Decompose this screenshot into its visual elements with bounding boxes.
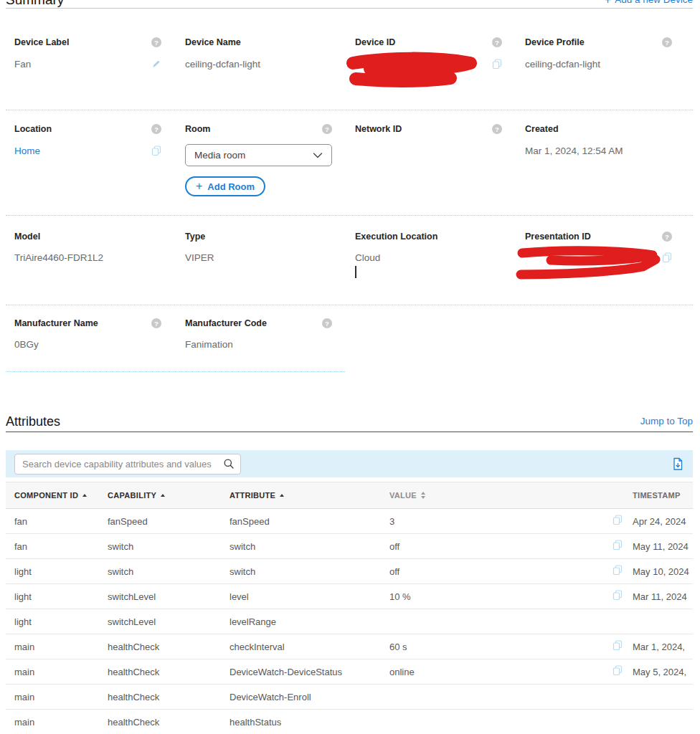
field-network-id: Network ID ?	[355, 110, 502, 134]
table-header-row: COMPONENT ID CAPABILITY ATTRIBUTE VALUE …	[6, 482, 693, 509]
export-icon[interactable]	[671, 457, 684, 471]
attribute-cell: fanSpeed	[221, 509, 381, 534]
copy-icon[interactable]	[492, 59, 502, 70]
component-id-cell: fan	[6, 509, 99, 534]
field-created: Created Mar 1, 2024, 12:54 AM	[525, 110, 672, 156]
created-label: Created	[525, 124, 559, 134]
component-id-cell: light	[6, 559, 99, 584]
help-icon[interactable]: ?	[492, 124, 502, 134]
field-device-label: Device Label ? Fan	[14, 7, 161, 70]
room-select[interactable]: Media room	[185, 144, 332, 166]
copy-cell[interactable]	[610, 584, 627, 609]
device-label-label: Device Label	[14, 37, 69, 47]
help-icon[interactable]: ?	[151, 37, 161, 47]
column-header-capability[interactable]: CAPABILITY	[99, 482, 221, 509]
capability-cell: healthCheck	[99, 634, 221, 659]
device-id-label: Device ID	[355, 37, 395, 47]
copy-cell[interactable]	[610, 559, 627, 584]
attributes-header: Attributes Jump to Top	[6, 414, 693, 432]
manufacturer-name-label: Manufacturer Name	[14, 318, 98, 328]
search-icon[interactable]	[223, 458, 235, 470]
attribute-cell: levelRange	[221, 609, 381, 634]
attribute-cell: level	[221, 584, 381, 609]
copy-icon[interactable]	[612, 540, 623, 550]
help-icon[interactable]: ?	[662, 37, 672, 47]
manufacturer-name-value: 0BGy	[14, 339, 39, 350]
device-name-label: Device Name	[185, 37, 241, 47]
copy-icon[interactable]	[612, 515, 623, 525]
field-manufacturer-code: Manufacturer Code ? Fanimation	[185, 305, 332, 350]
jump-to-top-link[interactable]: Jump to Top	[640, 416, 693, 426]
value-cell: 60 s	[381, 634, 610, 659]
help-icon[interactable]: ?	[322, 124, 332, 134]
field-type: Type VIPER	[185, 215, 332, 263]
timestamp-cell: May 10, 2024	[627, 559, 693, 584]
type-value: VIPER	[185, 252, 214, 263]
field-device-profile: Device Profile ? ceiling-dcfan-light	[525, 7, 672, 70]
component-id-cell: main	[6, 685, 99, 710]
attributes-search-bar	[6, 450, 693, 477]
component-id-cell: main	[6, 710, 99, 734]
timestamp-cell	[627, 685, 693, 710]
help-icon[interactable]: ?	[322, 318, 332, 328]
device-summary-page: Summary + Add a new Device Device Label …	[0, 0, 700, 734]
type-label: Type	[185, 232, 205, 242]
model-value: TriAire4460-FDR1L2	[14, 252, 103, 263]
timestamp-cell	[627, 609, 693, 634]
attribute-cell: healthStatus	[221, 710, 381, 734]
column-header-attribute[interactable]: ATTRIBUTE	[221, 482, 381, 509]
copy-cell[interactable]	[610, 659, 627, 685]
column-header-copy	[610, 482, 627, 509]
edit-icon[interactable]	[151, 59, 161, 69]
attribute-cell: DeviceWatch-DeviceStatus	[221, 659, 381, 685]
attribute-cell: switch	[221, 559, 381, 584]
capability-cell: switchLevel	[99, 584, 221, 609]
help-icon[interactable]: ?	[492, 37, 502, 47]
model-label: Model	[14, 232, 40, 242]
manufacturer-code-value: Fanimation	[185, 339, 233, 350]
field-room: Room ? Media room + Add Room	[185, 110, 332, 196]
table-row: mainhealthCheckDeviceWatch-DeviceStatuso…	[6, 659, 693, 685]
attributes-title: Attributes	[6, 414, 60, 429]
table-row: mainhealthCheckDeviceWatch-Enroll	[6, 685, 693, 710]
component-id-cell: main	[6, 634, 99, 659]
timestamp-cell: Mar 11, 2024	[627, 584, 693, 609]
location-link[interactable]: Home	[14, 146, 40, 156]
copy-cell[interactable]	[610, 534, 627, 559]
device-profile-label: Device Profile	[525, 37, 585, 47]
capability-cell: healthCheck	[99, 685, 221, 710]
help-icon[interactable]: ?	[662, 232, 672, 242]
help-icon[interactable]: ?	[151, 318, 161, 328]
field-execution-location: Execution Location Cloud	[355, 215, 502, 278]
execution-location-label: Execution Location	[355, 232, 438, 242]
attributes-table: COMPONENT ID CAPABILITY ATTRIBUTE VALUE …	[6, 482, 693, 734]
field-model: Model TriAire4460-FDR1L2	[14, 215, 161, 263]
column-header-component-id[interactable]: COMPONENT ID	[6, 482, 99, 509]
summary-row-2: Location ? Home Room ? Media room + Add …	[6, 110, 693, 216]
manufacturer-code-label: Manufacturer Code	[185, 318, 267, 328]
capability-cell: switch	[99, 559, 221, 584]
value-cell: off	[381, 534, 610, 559]
sort-asc-icon	[161, 494, 165, 497]
component-id-cell: fan	[6, 534, 99, 559]
help-icon[interactable]: ?	[151, 124, 161, 134]
timestamp-cell: May 5, 2024,	[627, 659, 693, 685]
search-input[interactable]	[21, 458, 220, 470]
value-cell: online	[381, 659, 610, 685]
table-row: lightswitchswitchoff May 10, 2024	[6, 559, 693, 584]
copy-cell	[610, 710, 627, 734]
copy-icon[interactable]	[612, 640, 623, 651]
copy-icon[interactable]	[612, 665, 623, 676]
copy-icon[interactable]	[612, 565, 623, 576]
add-room-button[interactable]: + Add Room	[185, 176, 265, 196]
copy-cell[interactable]	[610, 509, 627, 534]
column-header-value[interactable]: VALUE	[381, 482, 610, 509]
copy-icon[interactable]	[662, 252, 672, 263]
column-header-timestamp[interactable]: TIMESTAMP	[627, 482, 693, 509]
copy-icon[interactable]	[612, 590, 623, 601]
copy-cell[interactable]	[610, 634, 627, 659]
copy-icon[interactable]	[151, 146, 161, 156]
capability-cell: fanSpeed	[99, 509, 221, 534]
attribute-cell: checkInterval	[221, 634, 381, 659]
attributes-table-body: fanfanSpeedfanSpeed3 Apr 24, 2024fanswit…	[6, 509, 693, 734]
